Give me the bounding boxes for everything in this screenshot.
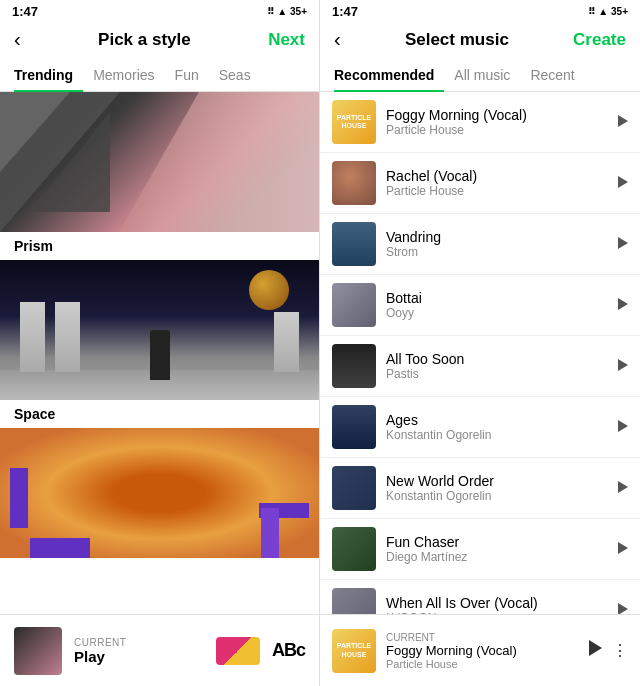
- left-header-title: Pick a style: [98, 30, 191, 50]
- tab-memories[interactable]: Memories: [83, 59, 164, 91]
- music-title: All Too Soon: [386, 351, 608, 367]
- signal-icon: ⠿: [267, 6, 274, 17]
- space-col3: [274, 312, 299, 372]
- tab-seas[interactable]: Seas: [209, 59, 261, 91]
- play-triangle-icon: [618, 420, 628, 432]
- share-button[interactable]: ⋮: [612, 641, 628, 660]
- music-thumb: PARTICLEHOUSE: [332, 100, 376, 144]
- music-info: All Too SoonPastis: [386, 351, 608, 381]
- music-item[interactable]: BottaiOoyy: [320, 275, 640, 336]
- right-header: ‹ Select music Create: [320, 22, 640, 59]
- play-triangle-icon: [618, 298, 628, 310]
- space-image: [0, 260, 319, 400]
- left-content[interactable]: Prism Space: [0, 92, 319, 614]
- play-icon[interactable]: [618, 358, 628, 374]
- left-status-time: 1:47: [12, 4, 38, 19]
- right-signal-icon: ⠿: [588, 6, 595, 17]
- play-triangle-icon: [618, 359, 628, 371]
- music-item[interactable]: Fun ChaserDiego Martínez: [320, 519, 640, 580]
- left-tabs: Trending Memories Fun Seas: [0, 59, 319, 92]
- music-title: Vandring: [386, 229, 608, 245]
- right-play-button[interactable]: [589, 640, 602, 661]
- prism-face: [119, 92, 319, 232]
- tab-fun[interactable]: Fun: [165, 59, 209, 91]
- music-thumb: [332, 466, 376, 510]
- prism-shape3: [0, 92, 70, 172]
- play-label: Play: [74, 648, 204, 665]
- tab-all-music[interactable]: All music: [444, 59, 520, 91]
- thumb-overlay-text: PARTICLEHOUSE: [332, 100, 376, 144]
- music-thumb: [332, 222, 376, 266]
- music-artist: Pastis: [386, 367, 608, 381]
- right-wifi-icon: ▲: [598, 6, 608, 17]
- play-triangle-icon: [618, 115, 628, 127]
- current-music-label: CURRENT: [386, 632, 579, 643]
- tab-recommended[interactable]: Recommended: [334, 59, 444, 91]
- left-status-icons: ⠿ ▲ 35+: [267, 6, 307, 17]
- play-icon[interactable]: [618, 297, 628, 313]
- music-thumb: [332, 161, 376, 205]
- music-thumb: [332, 283, 376, 327]
- music-artist: Diego Martínez: [386, 550, 608, 564]
- thumb-label-text: PARTICLEHOUSE: [332, 629, 376, 673]
- current-music-thumb: PARTICLEHOUSE: [332, 629, 376, 673]
- pizza-purple1: [10, 468, 28, 528]
- music-item[interactable]: PARTICLEHOUSEFoggy Morning (Vocal)Partic…: [320, 92, 640, 153]
- music-item[interactable]: AgesKonstantin Ogorelin: [320, 397, 640, 458]
- music-artist: Konstantin Ogorelin: [386, 428, 608, 442]
- music-thumb: [332, 405, 376, 449]
- play-icon[interactable]: [618, 114, 628, 130]
- play-icon[interactable]: [618, 480, 628, 496]
- bottom-label-group: CURRENT Play: [74, 637, 204, 665]
- right-panel: 1:47 ⠿ ▲ 35+ ‹ Select music Create Recom…: [320, 0, 640, 686]
- music-thumb: [332, 588, 376, 614]
- right-battery-icon: 35+: [611, 6, 628, 17]
- pizza-purple2: [30, 538, 90, 558]
- music-list: PARTICLEHOUSEFoggy Morning (Vocal)Partic…: [320, 92, 640, 614]
- music-item[interactable]: When All Is Over (Vocal)LVGOON: [320, 580, 640, 614]
- play-icon[interactable]: [618, 175, 628, 191]
- play-triangle-icon: [618, 176, 628, 188]
- music-item[interactable]: All Too SoonPastis: [320, 336, 640, 397]
- music-item[interactable]: Rachel (Vocal)Particle House: [320, 153, 640, 214]
- play-icon[interactable]: [618, 236, 628, 252]
- music-info: VandringStrom: [386, 229, 608, 259]
- left-bottom-bar: CURRENT Play ABc: [0, 614, 319, 686]
- play-icon[interactable]: [618, 602, 628, 614]
- play-icon[interactable]: [618, 419, 628, 435]
- battery-icon: 35+: [290, 6, 307, 17]
- create-button[interactable]: Create: [573, 30, 626, 50]
- prism-card[interactable]: Prism: [0, 92, 319, 260]
- back-button[interactable]: ‹: [14, 28, 21, 51]
- music-item[interactable]: VandringStrom: [320, 214, 640, 275]
- right-status-icons: ⠿ ▲ 35+: [588, 6, 628, 17]
- play-triangle-icon: [618, 237, 628, 249]
- left-header: ‹ Pick a style Next: [0, 22, 319, 59]
- music-artist: Strom: [386, 245, 608, 259]
- right-back-button[interactable]: ‹: [334, 28, 341, 51]
- right-bottom-bar: PARTICLEHOUSE CURRENT Foggy Morning (Voc…: [320, 614, 640, 686]
- play-icon[interactable]: [618, 541, 628, 557]
- text-style-button[interactable]: ABc: [272, 640, 305, 661]
- tab-trending[interactable]: Trending: [14, 59, 83, 91]
- play-triangle-icon: [618, 542, 628, 554]
- music-info: BottaiOoyy: [386, 290, 608, 320]
- prism-image: [0, 92, 319, 232]
- right-header-title: Select music: [405, 30, 509, 50]
- music-thumb: [332, 527, 376, 571]
- play-triangle-icon: [618, 481, 628, 493]
- music-title: Foggy Morning (Vocal): [386, 107, 608, 123]
- music-info: Rachel (Vocal)Particle House: [386, 168, 608, 198]
- music-info: AgesKonstantin Ogorelin: [386, 412, 608, 442]
- space-card[interactable]: Space: [0, 260, 319, 428]
- play-triangle-icon: [589, 640, 602, 656]
- space-planet: [249, 270, 289, 310]
- right-status-bar: 1:47 ⠿ ▲ 35+: [320, 0, 640, 22]
- music-item[interactable]: New World OrderKonstantin Ogorelin: [320, 458, 640, 519]
- space-col2: [55, 302, 80, 372]
- pizza-card[interactable]: [0, 428, 319, 558]
- next-button[interactable]: Next: [268, 30, 305, 50]
- color-swatch[interactable]: [216, 637, 260, 665]
- right-status-time: 1:47: [332, 4, 358, 19]
- tab-recent[interactable]: Recent: [520, 59, 584, 91]
